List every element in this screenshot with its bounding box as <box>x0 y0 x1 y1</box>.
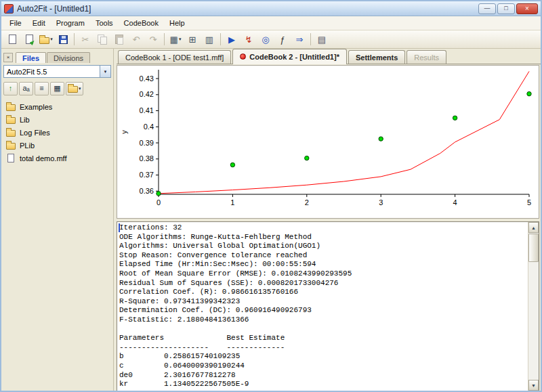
new-window-button[interactable]: ▥ <box>201 32 217 47</box>
tab-codebook-1-ode-test1-mff[interactable]: CodeBook 1 - [ODE test1.mff] <box>118 50 231 64</box>
output-scrollbar[interactable]: ▲ ▼ <box>528 222 539 391</box>
quick-fit-icon: ↯ <box>245 35 253 44</box>
combobox-dropdown-button[interactable]: ▼ <box>100 66 110 77</box>
arrow-up-icon: ▲ <box>531 225 536 230</box>
tab-label: CodeBook 2 - [Untitled1]* <box>249 53 339 61</box>
app-window: Auto2Fit - [Untitled1] — □ × FileEditPro… <box>0 0 542 392</box>
output-line: c 0.0640009390190244 <box>119 362 527 371</box>
minimize-button[interactable]: — <box>478 3 496 14</box>
x-tick-label: 1 <box>230 198 234 206</box>
chart-point <box>230 162 234 167</box>
titlebar[interactable]: Auto2Fit - [Untitled1] — □ × <box>1 1 541 16</box>
sidebar-tab-files[interactable]: Files <box>16 52 46 63</box>
target-icon: ◎ <box>262 35 269 44</box>
list-view-icon: ≡ <box>39 85 43 92</box>
toolbar-separator <box>310 33 311 45</box>
chevron-down-icon: ▾ <box>50 37 53 42</box>
window-body: × FilesDivisions Auto2Fit 5.5 ▼ ↑aₐ≡▦▾ E… <box>1 49 541 391</box>
chart-fitted-curve <box>159 71 529 193</box>
open-folder-button[interactable]: ▾ <box>38 32 54 47</box>
output-line: de0 2.30167677812278 <box>119 371 527 380</box>
modified-dot-icon <box>240 53 246 60</box>
folder-options-button[interactable]: ▾ <box>66 82 83 95</box>
up-one-level-icon: ↑ <box>9 85 13 92</box>
tree-item-plib[interactable]: PLib <box>3 139 111 152</box>
import-table-button[interactable]: ⊞ <box>184 32 201 47</box>
scrollbar-thumb[interactable] <box>528 234 539 262</box>
menu-edit[interactable]: Edit <box>27 17 51 29</box>
output-line: R-Square: 0.973411399342323 <box>119 297 527 307</box>
folder-icon <box>6 130 16 137</box>
chevron-down-icon: ▾ <box>79 86 81 91</box>
output-text[interactable]: Iterations: 32ODE Algorithms: Runge-Kutt… <box>119 223 527 391</box>
scroll-down-button[interactable]: ▼ <box>528 380 539 391</box>
target-button[interactable]: ◎ <box>257 32 274 47</box>
tab-results[interactable]: Results <box>406 50 446 64</box>
tree-item-total-demo-mff[interactable]: total demo.mff <box>3 152 111 165</box>
chevron-down-icon: ▾ <box>179 37 182 42</box>
new-file-icon <box>9 35 16 44</box>
tab-codebook-2-untitled1[interactable]: CodeBook 2 - [Untitled1]* <box>232 49 347 64</box>
toolbar-separator <box>74 33 75 45</box>
open-file-button[interactable] <box>21 32 37 47</box>
open-folder-icon <box>39 37 49 44</box>
list-view-button[interactable]: ≡ <box>35 82 49 95</box>
tree-item-lib[interactable]: Lib <box>3 113 111 126</box>
details-view-button[interactable]: ▦ <box>50 82 64 95</box>
chart-panel: 0.360.370.380.390.40.410.420.43012345y <box>117 65 539 219</box>
file-tree: ExamplesLibLog FilesPLibtotal demo.mff <box>3 100 111 165</box>
output-line: Stop Reason: Convergence tolerance reach… <box>119 251 527 261</box>
window-controls: — □ × <box>478 3 538 14</box>
go-button[interactable]: ⇒ <box>291 32 308 47</box>
y-tick-label: 0.42 <box>140 90 154 98</box>
save-icon <box>59 35 68 44</box>
cut-button: ✂ <box>77 32 93 47</box>
results-output-panel[interactable]: Iterations: 32ODE Algorithms: Runge-Kutt… <box>117 221 539 391</box>
tree-item-label: total demo.mff <box>20 154 67 162</box>
library-button[interactable]: ▤ <box>314 32 330 47</box>
new-file-button[interactable] <box>4 32 20 47</box>
tree-item-examples[interactable]: Examples <box>3 100 111 113</box>
output-line: -------------------- ------------- <box>119 343 527 353</box>
close-button[interactable]: × <box>516 3 538 14</box>
copy-icon <box>98 35 107 44</box>
file-icon <box>7 154 14 162</box>
y-axis-title: y <box>120 130 128 134</box>
tree-item-label: Lib <box>20 116 30 124</box>
window-title: Auto2Fit - [Untitled1] <box>17 4 475 14</box>
scroll-up-button[interactable]: ▲ <box>528 222 539 233</box>
formula-button[interactable]: ƒ <box>274 32 291 47</box>
text-cursor <box>119 223 120 232</box>
menu-codebook[interactable]: CodeBook <box>119 17 164 29</box>
redo-icon: ↷ <box>150 35 157 44</box>
sort-by-name-icon: aₐ <box>22 85 29 92</box>
sidebar-close-button[interactable]: × <box>3 53 13 62</box>
output-line: F-Statistic: 2.18804841361366 <box>119 315 527 325</box>
sidebar-tab-divisions[interactable]: Divisions <box>47 52 90 63</box>
document-tabbar: CodeBook 1 - [ODE test1.mff]CodeBook 2 -… <box>117 49 541 64</box>
data-grid-button[interactable]: ▦▾ <box>167 32 184 47</box>
up-one-level-button[interactable]: ↑ <box>3 82 18 95</box>
cut-icon: ✂ <box>82 35 89 44</box>
maximize-button[interactable]: □ <box>497 3 515 14</box>
menu-help[interactable]: Help <box>164 17 190 29</box>
x-tick-label: 5 <box>527 198 531 206</box>
quick-fit-button[interactable]: ↯ <box>241 32 257 47</box>
menu-tools[interactable]: Tools <box>90 17 119 29</box>
run-button[interactable]: ▶ <box>224 32 240 47</box>
toolbar-separator <box>220 33 221 45</box>
output-line: Root of Mean Square Error (RMSE): 0.0108… <box>119 269 527 279</box>
save-button[interactable] <box>55 32 71 47</box>
tree-item-label: PLib <box>20 141 35 150</box>
details-view-icon: ▦ <box>54 85 60 92</box>
tab-settlements[interactable]: Settlements <box>348 50 405 64</box>
library-icon: ▤ <box>318 35 326 44</box>
menu-program[interactable]: Program <box>51 17 90 29</box>
undo-icon: ↶ <box>133 35 140 44</box>
sort-by-name-button[interactable]: aₐ <box>19 82 33 95</box>
y-tick-label: 0.37 <box>140 171 154 179</box>
menu-file[interactable]: File <box>4 17 27 29</box>
tree-item-log-files[interactable]: Log Files <box>3 126 111 139</box>
copy-button <box>94 32 110 47</box>
version-combobox[interactable]: Auto2Fit 5.5 ▼ <box>3 65 111 78</box>
